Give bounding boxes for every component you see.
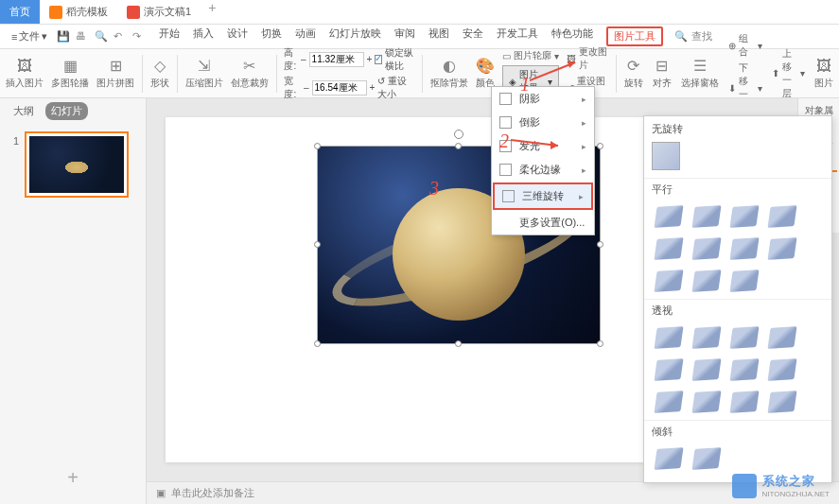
redo-icon[interactable]: ↷ (132, 30, 146, 43)
width-input[interactable] (312, 80, 367, 96)
resize-handle-l[interactable] (314, 241, 321, 248)
preview-icon[interactable]: 🔍 (95, 30, 108, 43)
menu-design[interactable]: 设计 (227, 26, 248, 46)
menu-review[interactable]: 审阅 (394, 26, 415, 46)
quick-access: 💾 🖶 🔍 ↶ ↷ (57, 30, 146, 43)
height-input[interactable] (309, 52, 364, 67)
parallel-preset[interactable] (767, 236, 797, 261)
slide-number: 1 (13, 135, 19, 147)
menu-start[interactable]: 开始 (159, 26, 180, 46)
menu-insert[interactable]: 插入 (193, 26, 214, 46)
insert-picture-button[interactable]: 🖼插入图片 (6, 58, 44, 90)
resize-handle-bl[interactable] (314, 340, 321, 347)
reflection-icon (499, 116, 512, 129)
svg-marker-3 (551, 141, 558, 149)
compress-button[interactable]: ⇲压缩图片 (185, 57, 223, 90)
multi-carousel-button[interactable]: ▦多图轮播 (51, 57, 89, 90)
perspective-preset[interactable] (767, 357, 797, 382)
perspective-grid (644, 320, 831, 420)
parallel-preset[interactable] (767, 204, 797, 229)
perspective-preset[interactable] (654, 390, 684, 414)
align-button[interactable]: ⊟对齐 (653, 57, 672, 90)
shadow-icon (499, 93, 512, 105)
resize-handle-tr[interactable] (597, 143, 603, 149)
perspective-preset[interactable] (729, 357, 760, 382)
lock-ratio-checkbox[interactable] (375, 55, 381, 64)
perspective-preset[interactable] (767, 325, 797, 350)
watermark-logo-icon (732, 474, 757, 498)
parallel-preset[interactable] (691, 269, 722, 293)
slides-tab[interactable]: 幻灯片 (45, 102, 88, 120)
tab-home[interactable]: 首页 (0, 0, 40, 24)
perspective-preset[interactable] (654, 325, 684, 350)
perspective-preset[interactable] (654, 357, 684, 382)
remove-bg-button[interactable]: ◐抠除背景 (430, 57, 468, 90)
add-slide-button[interactable]: + (0, 452, 146, 504)
template-icon (49, 6, 62, 19)
resize-handle-br[interactable] (597, 340, 603, 347)
selection-pane-button[interactable]: ☰选择窗格 (681, 57, 719, 90)
parallel-preset[interactable] (729, 269, 760, 293)
rotation-3d-flyout: 无旋转 平行 透视 倾斜 (643, 115, 832, 483)
effect-shadow[interactable]: 阴影▸ (492, 87, 594, 111)
perspective-preset[interactable] (691, 390, 722, 414)
perspective-preset[interactable] (729, 390, 760, 414)
menu-security[interactable]: 安全 (463, 26, 483, 46)
menu-special[interactable]: 特色功能 (551, 26, 593, 46)
perspective-preset[interactable] (691, 357, 722, 382)
slide-thumbnail-1[interactable]: 1 (25, 131, 129, 198)
effect-more-settings[interactable]: 更多设置(O)... (492, 211, 594, 235)
reset-size-button[interactable]: ↺ 重设大小 (377, 75, 414, 101)
print-icon[interactable]: 🖶 (76, 30, 89, 43)
parallel-preset[interactable] (691, 236, 722, 261)
remove-bg-icon: ◐ (443, 57, 456, 75)
undo-icon[interactable]: ↶ (114, 30, 127, 43)
svg-line-0 (530, 62, 575, 80)
up-layer-button[interactable]: ⬆ 上移一层 ▾ (772, 47, 806, 100)
perspective-preset[interactable] (767, 390, 797, 414)
annotation-2: 2 (499, 130, 509, 152)
combine-button[interactable]: ⊕ 组合 ▾ (728, 32, 762, 59)
perspective-preset[interactable] (691, 325, 722, 350)
resize-handle-b[interactable] (455, 340, 462, 347)
tilt-preset[interactable] (654, 446, 684, 471)
menu-view[interactable]: 视图 (428, 26, 449, 46)
rotate-button[interactable]: ⟳旋转 (624, 57, 643, 90)
file-menu[interactable]: ≡ 文件 ▾ (6, 27, 53, 45)
tab-template[interactable]: 稻壳模板 (40, 0, 117, 24)
menu-devtools[interactable]: 开发工具 (497, 26, 538, 46)
parallel-preset[interactable] (654, 236, 684, 261)
parallel-preset[interactable] (691, 204, 722, 229)
smart-crop-button[interactable]: ✂创意裁剪 (231, 57, 269, 90)
tab-doc1[interactable]: 演示文稿1 (117, 0, 201, 24)
parallel-preset[interactable] (654, 204, 684, 229)
save-icon[interactable]: 💾 (57, 30, 70, 43)
menu-transition[interactable]: 切换 (261, 26, 282, 46)
annotation-1: 1 (520, 74, 530, 96)
tilt-preset[interactable] (691, 446, 722, 471)
parallel-preset[interactable] (729, 236, 760, 261)
shape-button[interactable]: ◇形状 (150, 57, 169, 90)
menu-slideshow[interactable]: 幻灯片放映 (329, 26, 381, 46)
menu-animation[interactable]: 动画 (295, 26, 316, 46)
tilt-grid (644, 441, 831, 477)
effect-soft-edge[interactable]: 柔化边缘▸ (492, 158, 594, 182)
height-label: 高度: (284, 46, 298, 73)
align-icon: ⊟ (655, 57, 668, 75)
parallel-preset[interactable] (654, 269, 684, 293)
effect-3d-rotation[interactable]: 三维旋转▸ (493, 182, 593, 210)
color-button[interactable]: 🎨颜色 (476, 57, 495, 90)
parallel-grid (644, 199, 831, 299)
pic-convert-button[interactable]: 🖼图片 (814, 58, 833, 90)
resize-handle-r[interactable] (597, 241, 603, 248)
rotation-none-option[interactable] (652, 142, 680, 170)
rotation-handle[interactable] (454, 130, 463, 139)
perspective-preset[interactable] (729, 325, 760, 350)
new-tab-button[interactable]: + (208, 0, 216, 24)
picture-puzzle-button[interactable]: ⊞图片拼图 (96, 57, 134, 90)
watermark-url: NITONGZHIJA.NET (762, 490, 830, 498)
resize-handle-tl[interactable] (314, 143, 321, 149)
outline-tab[interactable]: 大纲 (8, 102, 40, 120)
parallel-preset[interactable] (729, 204, 760, 229)
resize-handle-t[interactable] (455, 143, 462, 149)
